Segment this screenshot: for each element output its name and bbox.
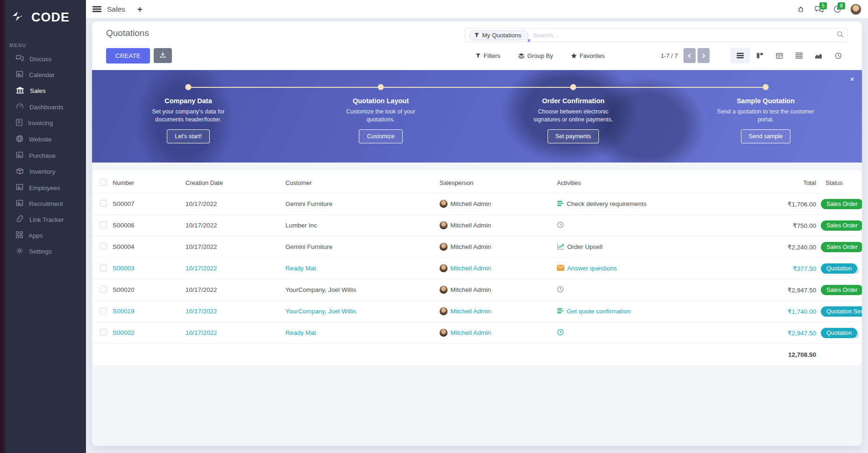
salesperson-avatar (440, 221, 448, 229)
send-sample-button[interactable]: Send sample (741, 129, 791, 143)
quotations-table: Number Creation Date Customer Salesperso… (92, 170, 862, 365)
table-row[interactable]: S00002 10/17/2022 Ready Mat Mitchell Adm… (92, 322, 862, 344)
kanban-view-button[interactable] (750, 48, 769, 64)
create-button[interactable]: CREATE (106, 48, 150, 64)
row-total: ₹750.00 (726, 222, 821, 229)
sidebar-item-discuss[interactable]: Discuss (0, 51, 86, 67)
table-row[interactable]: S00019 10/17/2022 YourCompany, Joel Will… (92, 301, 862, 322)
column-header-total[interactable]: Total (726, 179, 821, 186)
row-number: S00006 (113, 222, 185, 229)
tasks-activity-icon[interactable] (557, 307, 564, 316)
filters-button[interactable]: Filters (476, 52, 500, 59)
sidebar-item-inventory[interactable]: Inventory (0, 163, 86, 180)
sidebar-item-dashboards[interactable]: Dashboards (0, 99, 86, 115)
sidebar-item-employees[interactable]: Employees (0, 180, 86, 196)
search-icon[interactable] (837, 31, 844, 40)
export-button[interactable] (154, 48, 172, 63)
activity-clock-icon[interactable]: 8 (832, 4, 842, 14)
search-input[interactable] (533, 32, 837, 39)
row-customer: YourCompany, Joel Willis (285, 308, 440, 315)
sidebar-item-purchase[interactable]: Purchase (0, 148, 86, 163)
column-header-customer[interactable]: Customer (285, 179, 440, 186)
column-header-salesperson[interactable]: Salesperson (440, 179, 557, 186)
sidebar-item-apps[interactable]: Apps (0, 227, 86, 243)
table-row[interactable]: S00006 10/17/2022 Lumber Inc Mitchell Ad… (92, 215, 862, 236)
onboarding-banner: × Company Data Set your company's data f… (92, 70, 862, 163)
table-row[interactable]: S00007 10/17/2022 Gemini Furniture Mitch… (92, 193, 862, 215)
row-salesperson: Mitchell Admin (450, 222, 491, 229)
row-total: ₹1,740.00 (726, 308, 821, 315)
favorites-button[interactable]: Favorites (571, 52, 605, 59)
row-checkbox[interactable] (100, 264, 107, 271)
calendar-view-button[interactable] (769, 48, 789, 64)
user-avatar[interactable] (850, 4, 861, 15)
clock-activity-icon[interactable] (557, 221, 564, 230)
mail-activity-icon[interactable] (557, 265, 564, 272)
sidebar-item-invoicing[interactable]: $ Invoicing (0, 115, 86, 131)
column-header-date[interactable]: Creation Date (185, 179, 285, 186)
set-payments-button[interactable]: Set payments (548, 129, 599, 143)
row-checkbox[interactable] (100, 286, 107, 293)
group-by-button[interactable]: Group By (518, 52, 553, 59)
column-header-activities[interactable]: Activities (557, 179, 726, 186)
sidebar-item-recruitment[interactable]: Recruitment (0, 196, 86, 212)
pivot-view-button[interactable] (789, 48, 809, 64)
sidebar-item-link-tracker[interactable]: Link Tracker (0, 212, 86, 227)
search-bar[interactable]: My Quotations × (465, 28, 848, 42)
purchase-icon (16, 151, 23, 160)
clock-activity-icon[interactable] (557, 329, 564, 337)
sidebar-item-settings[interactable]: Settings (0, 243, 86, 260)
row-checkbox[interactable] (100, 307, 107, 314)
step-description: Customize the look of your quotations. (332, 108, 430, 124)
select-all-checkbox[interactable] (100, 179, 107, 186)
row-checkbox[interactable] (100, 329, 107, 336)
row-checkbox[interactable] (100, 243, 107, 250)
new-tab-button[interactable]: + (137, 4, 142, 14)
row-checkbox[interactable] (100, 221, 107, 228)
hamburger-menu-icon[interactable] (92, 6, 101, 12)
app-logo[interactable]: CODE (0, 0, 86, 25)
activity-view-button[interactable] (828, 48, 848, 64)
table-row[interactable]: S00003 10/17/2022 Ready Mat Mitchell Adm… (92, 258, 862, 279)
sidebar-item-label: Website (29, 136, 52, 143)
sidebar-item-calendar[interactable]: Calendar (0, 67, 86, 83)
table-row[interactable]: S00020 10/17/2022 YourCompany, Joel Will… (92, 279, 862, 301)
row-activity[interactable]: Check delivery requirements (567, 200, 647, 207)
row-number: S00019 (113, 308, 185, 315)
customize-button[interactable]: Customize (359, 129, 402, 143)
column-header-status[interactable]: Status (821, 179, 862, 186)
sidebar-item-label: Recruitment (29, 200, 63, 207)
employees-icon (16, 184, 23, 192)
debug-bug-icon[interactable] (796, 4, 806, 14)
sidebar-item-website[interactable]: Website (0, 131, 86, 148)
messages-icon[interactable]: 5 (814, 4, 824, 14)
pager-previous-button[interactable] (683, 48, 696, 63)
control-panel: Quotations My Quotations × CREATE (92, 21, 862, 163)
empty-area (92, 365, 862, 449)
tasks-activity-icon[interactable] (557, 200, 564, 208)
facet-remove-icon[interactable]: × (527, 37, 531, 44)
chart-activity-icon[interactable] (557, 243, 564, 251)
link-icon (16, 215, 24, 224)
column-header-number[interactable]: Number (113, 179, 185, 186)
sidebar-item-label: Dashboards (29, 104, 64, 111)
table-header-row: Number Creation Date Customer Salesperso… (92, 173, 862, 193)
breadcrumb[interactable]: Sales (107, 5, 125, 14)
row-checkbox[interactable] (100, 200, 107, 207)
row-activity[interactable]: Order Upsell (567, 243, 603, 250)
row-activity[interactable]: Get quote confirmation (567, 308, 631, 315)
list-view-button[interactable] (730, 48, 750, 64)
graph-view-button[interactable] (809, 48, 828, 64)
clock-activity-icon[interactable] (557, 286, 564, 294)
row-date: 10/17/2022 (185, 200, 285, 207)
search-facet[interactable]: My Quotations × (469, 30, 528, 40)
sidebar-item-sales[interactable]: Sales (0, 83, 86, 99)
pager-next-button[interactable] (697, 48, 710, 63)
row-activity[interactable]: Answer questions (567, 265, 617, 272)
lets-start-button[interactable]: Let's start! (167, 129, 209, 143)
table-row[interactable]: S00004 10/17/2022 Gemini Furniture Mitch… (92, 236, 862, 258)
messages-count-badge: 5 (819, 2, 827, 9)
filter-funnel-icon (474, 33, 479, 38)
status-badge: Quotation (821, 328, 857, 338)
status-badge: Quotation Sent (821, 306, 862, 317)
